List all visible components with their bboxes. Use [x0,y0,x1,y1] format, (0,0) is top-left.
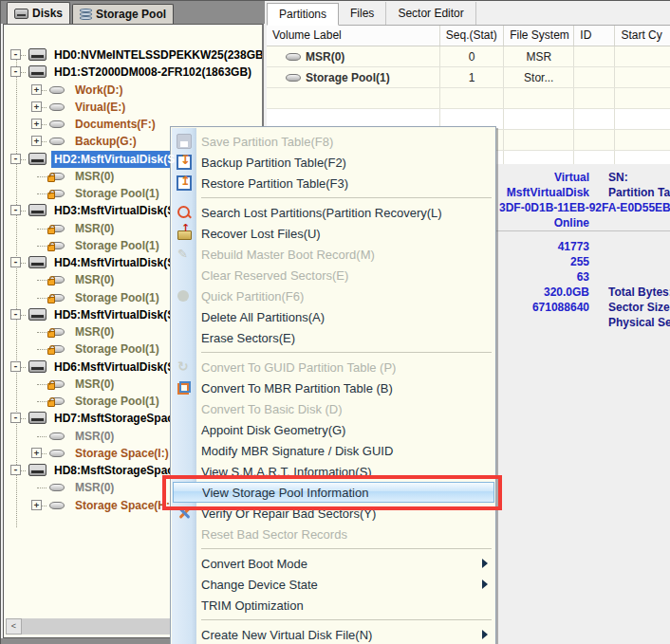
partition-icon [286,74,301,82]
collapse-icon[interactable]: - [10,361,21,372]
tree-connector [37,246,47,247]
menu-item-label: TRIM Optimization [201,598,304,613]
tab-storage-pool[interactable]: Storage Pool [72,4,174,24]
tree-connector [37,488,47,488]
table-cell [504,130,574,150]
tree-item-label: Storage Pool(1) [72,238,162,253]
collapse-icon[interactable]: - [10,309,21,320]
menu-item-change-device-state[interactable]: Change Device State [171,574,495,595]
hard-disk-icon [28,308,47,321]
menu-item-view-s-m-a-r-t-information-s[interactable]: View S.M.A.R.T. Information(S) [171,461,495,482]
partition-icon [49,450,65,457]
collapse-icon[interactable]: - [10,66,21,77]
column-header[interactable]: Seq.(Stat) [440,26,504,46]
disk-icon [14,9,28,19]
table-cell [574,109,615,129]
tree-item-label: Documents(F:) [72,117,158,132]
menu-item-label: Quick Partition(F6) [201,289,304,304]
tree-item-label: MSR(0) [72,429,117,444]
tab-disks[interactable]: Disks [7,2,70,24]
menu-item-verify-or-repair-bad-sectors-y[interactable]: Verify Or Repair Bad Sectors(Y) [171,503,495,524]
collapse-icon[interactable]: - [10,205,21,215]
tree-connector [37,384,47,385]
backup-icon [177,155,192,170]
column-header[interactable]: Volume Label [267,26,440,46]
menu-item-label: Recover Lost Files(U) [201,227,321,241]
menu-item-quick-partition-f6: Quick Partition(F6) [171,285,495,306]
column-header[interactable]: File System [504,26,574,46]
collapse-icon[interactable]: - [10,49,21,60]
expand-icon[interactable]: + [31,101,42,112]
menu-item-backup-partition-table-f2[interactable]: Backup Partition Table(F2) [171,152,495,173]
tree-item-label: Storage Pool(1) [72,186,162,201]
collapse-icon[interactable]: - [10,465,21,475]
tab-sector-editor[interactable]: Sector Editor [386,2,475,25]
tree-item-label: Storage Space(H:) [72,498,177,513]
menu-item-convert-to-mbr-partition-table-b[interactable]: Convert To MBR Partition Table (B) [171,377,495,398]
expand-icon[interactable]: + [31,119,42,129]
scroll-left-button[interactable]: < [6,618,22,635]
hard-disk-icon [28,464,47,476]
table-cell [440,88,504,108]
disk-context-menu: Save Partition Table(F8)Backup Partition… [170,126,496,644]
menu-separator [171,193,495,202]
tree-item-label: MSR(0) [72,169,117,184]
tab-storage-pool-label: Storage Pool [96,8,166,21]
tree-item-partition[interactable]: +Work(D:) [4,82,262,99]
hard-disk-icon [28,153,47,165]
tree-item-label: Backup(G:) [72,134,140,149]
hard-disk-icon [28,65,47,78]
tree-connector [37,229,47,230]
menu-item-recover-lost-files-u[interactable]: Recover Lost Files(U) [171,223,495,244]
expand-icon[interactable]: + [31,84,42,95]
menu-item-modify-mbr-signature-disk-guid[interactable]: Modify MBR Signature / Disk GUID [171,440,495,461]
table-row[interactable]: Storage Pool(1)1Stor... [267,67,670,88]
tree-item-disk[interactable]: -HD1:ST2000DM008-2FR102(1863GB) [4,64,262,81]
column-header[interactable]: ID [574,26,615,46]
submenu-arrow-icon [482,580,488,589]
recover-icon [177,226,192,241]
lock-icon [47,245,55,251]
quick-icon [177,288,192,304]
menu-separator [171,544,495,553]
tab-partitions[interactable]: Partitions [267,3,339,26]
expand-icon[interactable]: + [31,500,42,510]
menu-item-appoint-disk-geometry-g[interactable]: Appoint Disk Geometry(G) [171,419,495,440]
tree-item-partition[interactable]: +Virual(E:) [4,99,262,116]
table-row[interactable]: MSR(0)0MSR [267,46,670,67]
menu-item-rebuild-master-boot-record-m: Rebuild Master Boot Record(M) [171,244,495,265]
lock-icon [47,297,55,304]
table-cell [504,109,574,129]
lock-icon [47,383,55,390]
table-row[interactable] [267,88,670,109]
expand-icon[interactable]: + [31,136,42,146]
menu-item-label: Create New Virtual Disk File(N) [201,628,372,642]
tab-files[interactable]: Files [339,2,386,25]
tree-item-disk[interactable]: -HD0:NVMeINTELSSDPEKKW25(238GB [4,46,262,64]
lock-icon [47,193,55,199]
menu-item-label: Clear Reserved Sectors(E) [201,268,348,283]
save-icon [177,134,192,149]
menu-item-trim-optimization[interactable]: TRIM Optimization [171,595,495,616]
collapse-icon[interactable]: - [10,257,21,267]
menu-item-restore-partition-table-f3[interactable]: Restore Partition Table(F3) [171,173,495,193]
collapse-icon[interactable]: - [10,154,21,164]
partition-icon [49,103,65,111]
menu-item-delete-all-partitions-a[interactable]: Delete All Partitions(A) [171,306,495,327]
menu-item-search-lost-partitions-partition-recovery-l[interactable]: Search Lost Partitions(Partition Recover… [171,202,495,223]
collapse-icon[interactable]: - [10,413,21,423]
column-header[interactable]: Start Cy [615,26,670,46]
menu-item-label: Rebuild Master Boot Record(M) [201,248,375,262]
tree-item-label: MSR(0) [72,377,117,392]
tree-connector [37,436,47,437]
menu-item-create-new-virtual-disk-file-n[interactable]: Create New Virtual Disk File(N) [171,624,495,644]
expand-icon[interactable]: + [31,448,42,458]
menu-item-label: Reset Bad Sector Records [201,527,347,542]
menu-item-erase-sectors-e[interactable]: Erase Sectors(E) [171,327,495,348]
tree-item-label: HD3:MsftVirtualDisk(S [51,203,177,218]
menu-item-convert-boot-mode[interactable]: Convert Boot Mode [171,553,495,574]
volume-label: Storage Pool(1) [306,71,390,84]
tree-connector [37,401,47,402]
menu-item-view-storage-pool-information[interactable]: View Storage Pool Information [173,482,494,503]
tree-item-label: HD8:MsftStorageSpac [51,463,177,478]
